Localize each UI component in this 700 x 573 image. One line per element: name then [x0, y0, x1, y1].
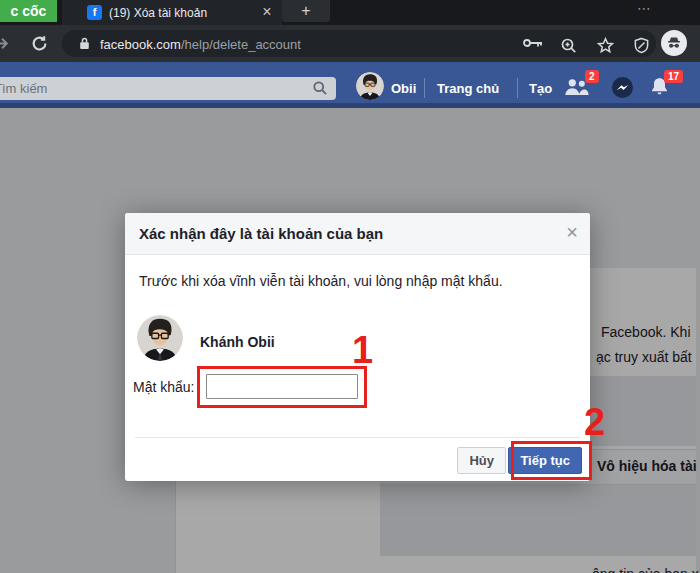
coccoc-logo-text: c cốc [11, 3, 47, 19]
nav-home-link[interactable]: Trang chủ [437, 81, 499, 96]
adblock-shield-icon[interactable] [633, 37, 650, 54]
friend-requests-badge: 2 [585, 70, 599, 83]
header-divider [424, 78, 425, 98]
annotation-box-step1 [197, 366, 367, 408]
dialog-body-text: Trước khi xóa vĩnh viễn tài khoản, vui l… [139, 273, 503, 289]
browser-toolbar: facebook.com/help/delete_account [0, 25, 700, 62]
header-profile-link[interactable]: Obii [391, 81, 416, 96]
screen: c cốc f (19) Xóa tài khoản × + ⋯ faceboo… [0, 0, 700, 573]
search-icon[interactable] [312, 80, 328, 96]
lock-icon[interactable] [78, 36, 91, 51]
url-text[interactable]: facebook.com/help/delete_account [100, 37, 301, 52]
url-path: /help/delete_account [181, 37, 301, 52]
cancel-button[interactable]: Hủy [457, 447, 506, 474]
close-icon[interactable]: × [566, 221, 578, 243]
account-name: Khánh Obii [200, 334, 275, 350]
annotation-box-step2 [511, 441, 592, 480]
tab-close-icon[interactable]: × [258, 3, 276, 21]
notifications-badge: 17 [664, 70, 683, 83]
annotation-number-2: 2 [584, 402, 605, 442]
password-key-icon[interactable] [522, 37, 544, 49]
account-avatar [137, 315, 183, 361]
nav-create-link[interactable]: Tạo [529, 81, 552, 96]
tab-title: (19) Xóa tài khoản [109, 6, 254, 20]
forward-icon[interactable] [0, 35, 10, 52]
password-label: Mật khẩu: [133, 374, 194, 400]
messenger-icon[interactable] [612, 77, 633, 98]
tab-overflow-menu-icon[interactable]: ⋯ [628, 0, 662, 20]
search-input[interactable] [0, 77, 336, 100]
browser-profile-icon[interactable] [661, 30, 687, 56]
new-tab-button[interactable]: + [282, 0, 330, 22]
annotation-number-1: 1 [352, 330, 373, 370]
header-avatar[interactable] [356, 72, 384, 100]
header-divider [517, 78, 518, 98]
browser-tab-bar: c cốc f (19) Xóa tài khoản × + ⋯ [0, 0, 700, 25]
zoom-in-icon[interactable] [560, 37, 577, 54]
url-domain: facebook.com [100, 37, 181, 52]
facebook-favicon-icon: f [87, 5, 102, 20]
dialog-title: Xác nhận đây là tài khoản của bạn [139, 225, 383, 242]
coccoc-logo: c cốc [0, 0, 57, 22]
bookmark-star-icon[interactable] [597, 37, 614, 54]
reload-icon[interactable] [30, 34, 49, 53]
dialog-divider [135, 437, 580, 438]
